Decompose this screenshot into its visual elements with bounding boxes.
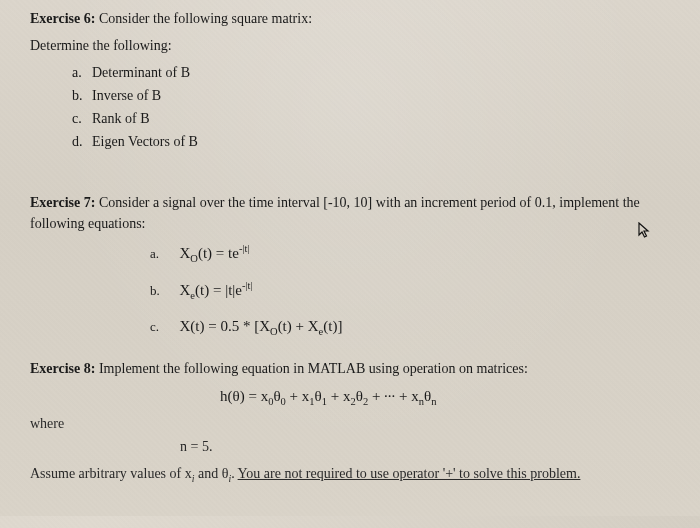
list-item: d.Eigen Vectors of B	[72, 131, 670, 152]
exercise-6-intro: Consider the following square matrix:	[99, 11, 312, 26]
list-item: c.Rank of B	[72, 108, 670, 129]
exercise-8: Exercise 8: Implement the following equa…	[30, 358, 670, 485]
exercise-7-heading: Exercise 7:	[30, 195, 95, 210]
list-item: b.Inverse of B	[72, 85, 670, 106]
exercise-6-list: a.Determinant of B b.Inverse of B c.Rank…	[30, 62, 670, 152]
n-value: n = 5.	[30, 436, 670, 457]
equation-c: c. X(t) = 0.5 * [XO(t) + Xe(t)]	[150, 315, 670, 338]
exercise-8-intro: Implement the following equation in MATL…	[99, 361, 528, 376]
list-item: a.Determinant of B	[72, 62, 670, 83]
exercise-8-heading: Exercise 8:	[30, 361, 95, 376]
exercise-6: Exercise 6: Consider the following squar…	[30, 8, 670, 152]
exercise-6-subheading: Determine the following:	[30, 35, 670, 56]
exercise-7-title: Exercise 7: Consider a signal over the t…	[30, 192, 670, 234]
exercise-7: Exercise 7: Consider a signal over the t…	[30, 192, 670, 338]
equation-a: a. XO(t) = te-|t|	[150, 242, 670, 265]
exercise-6-heading: Exercise 6:	[30, 11, 95, 26]
exercise-7-eq-list: a. XO(t) = te-|t| b. Xe(t) = |t|e-|t| c.…	[30, 242, 670, 338]
exercise-7-intro: Consider a signal over the time interval…	[30, 195, 640, 231]
exercise-8-assume: Assume arbitrary values of xi and θi. Yo…	[30, 463, 670, 484]
where-label: where	[30, 413, 670, 434]
exercise-8-equation: h(θ) = x0θ0 + x1θ1 + x2θ2 + ··· + xnθn	[30, 385, 670, 408]
exercise-8-title: Exercise 8: Implement the following equa…	[30, 358, 670, 379]
equation-b: b. Xe(t) = |t|e-|t|	[150, 279, 670, 302]
exercise-6-title: Exercise 6: Consider the following squar…	[30, 8, 670, 29]
underlined-note: You are not required to use operator '+'…	[238, 466, 581, 481]
